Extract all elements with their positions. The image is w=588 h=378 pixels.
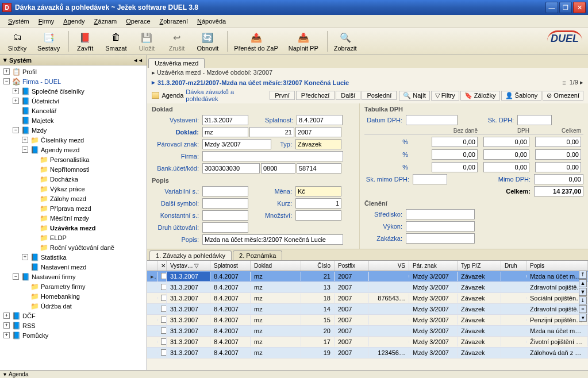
grid-nav-icon[interactable]: ⤓	[579, 296, 587, 304]
tool-najít[interactable]: 🔍Najít	[399, 91, 430, 101]
tab-uzaverka-mezd[interactable]: Uzávěrka mezd	[148, 58, 205, 68]
nav-další[interactable]: Další	[336, 91, 360, 100]
pin-icon[interactable]: ◄◄	[133, 57, 143, 63]
datum-dph-input[interactable]	[406, 115, 458, 125]
tree-item[interactable]: 📁Nepřítomnosti	[0, 164, 147, 174]
vystaveni-input[interactable]	[202, 115, 248, 125]
druh-input[interactable]	[202, 222, 248, 233]
refresh-button[interactable]: 🔄Obnovit	[193, 29, 222, 53]
ds-input[interactable]	[202, 198, 248, 209]
bankcs-input[interactable]	[297, 163, 341, 173]
expand-icon[interactable]: +	[13, 88, 19, 94]
vs-input[interactable]	[202, 186, 248, 196]
checkbox[interactable]	[161, 273, 167, 279]
grid-nav-icon[interactable]: ⤒	[579, 271, 587, 279]
fill-pp-button[interactable]: 📥Naplnit PP	[285, 29, 322, 53]
agenda-link[interactable]: Dávka závazků a pohledávek	[186, 88, 264, 102]
tree-item[interactable]: 📘Kancelář	[0, 106, 147, 115]
typ-input[interactable]	[295, 139, 341, 149]
tree-item[interactable]: +📘RSS	[0, 321, 147, 330]
popis-input[interactable]	[202, 234, 343, 245]
zakazka-input[interactable]	[406, 233, 475, 244]
doklad-rok-input[interactable]	[295, 127, 341, 137]
col-header[interactable]: Popis	[526, 261, 588, 271]
sk-dph-input[interactable]	[517, 115, 552, 125]
tree-item[interactable]: 📁Zálohy mezd	[0, 194, 147, 203]
tree-item[interactable]: 📁Příprava mezd	[0, 203, 147, 213]
tree-item[interactable]: 📁Měsíční mzdy	[0, 213, 147, 223]
tool-záložky[interactable]: 🔖Záložky	[460, 91, 500, 101]
menu-zobrazení[interactable]: Zobrazení	[155, 17, 193, 26]
expand-icon[interactable]: +	[3, 332, 10, 338]
tree-item[interactable]: 📘Nastavení mezd	[0, 262, 147, 272]
grid-tab-1[interactable]: 2. Poznámka	[233, 250, 282, 260]
tool-omezení[interactable]: ⊘Omezení	[543, 91, 583, 101]
delete-button[interactable]: 🗑Smazat	[101, 29, 130, 53]
expand-icon[interactable]: +	[3, 322, 10, 329]
close-button[interactable]: 📕Zavřít	[71, 29, 99, 53]
kurz-input[interactable]	[295, 198, 341, 209]
tree-item[interactable]: 📁Homebanking	[0, 291, 147, 301]
col-header[interactable]: Typ P/Z	[458, 261, 501, 271]
expand-icon[interactable]: +	[13, 98, 19, 104]
checkbox[interactable]	[161, 306, 167, 312]
tree-item[interactable]: 📁Uzávěrka mezd	[0, 223, 147, 233]
folders-button[interactable]: 🗂Složky	[3, 29, 31, 53]
mnozstvi-input[interactable]	[295, 210, 341, 221]
checkbox[interactable]	[161, 317, 167, 323]
tree-item[interactable]: +📘Pomůcky	[0, 330, 147, 340]
col-header[interactable]: Druh	[501, 261, 526, 271]
col-header[interactable]: Postfix	[335, 261, 369, 271]
menu-nápověda[interactable]: Nápověda	[193, 17, 230, 26]
mena-input[interactable]	[295, 186, 341, 196]
tree-item[interactable]: 📁Parametry firmy	[0, 281, 147, 291]
parovaci-input[interactable]	[202, 139, 271, 149]
show-button[interactable]: 🔍Zobrazit	[330, 29, 361, 53]
menu-agendy[interactable]: Agendy	[59, 17, 89, 26]
checkbox[interactable]	[161, 295, 167, 301]
tree-item[interactable]: +📘Společné číselníky	[0, 86, 147, 96]
checkbox[interactable]	[161, 284, 167, 290]
table-row[interactable]: 31.3.20078.4.2007mz172007Mzdy 3/2007Záva…	[147, 337, 588, 348]
tree-item[interactable]: −📘Nastavení firmy	[0, 272, 147, 281]
table-row[interactable]: 31.3.20078.4.2007mz202007Mzdy 3/2007Záva…	[147, 326, 588, 337]
doklad-kod-input[interactable]	[202, 127, 248, 137]
grid-nav-icon[interactable]: ≡	[579, 305, 587, 313]
table-row[interactable]: 31.3.20078.4.2007mz192007123456…Mzdy 3/2…	[147, 348, 588, 358]
bankucet-input[interactable]	[202, 163, 260, 173]
tree-item[interactable]: +📘Statistika	[0, 252, 147, 262]
tree-item[interactable]: +📘DČF	[0, 311, 147, 321]
grid-nav-icon[interactable]: ▾	[579, 314, 587, 322]
expand-icon[interactable]: +	[22, 137, 28, 143]
table-row[interactable]: 31.3.20078.4.2007mz152007Mzdy 3/2007Záva…	[147, 315, 588, 326]
sk-mimo-input[interactable]	[413, 174, 447, 184]
page-counter-icon[interactable]: ≡	[562, 79, 566, 86]
nav-první[interactable]: První	[270, 91, 295, 100]
col-header[interactable]: Číslo	[301, 261, 335, 271]
expand-icon[interactable]: ▾	[3, 371, 6, 377]
collapse-icon[interactable]: −	[22, 146, 28, 153]
grid-tab-0[interactable]: 1. Závazky a pohledávky	[149, 250, 232, 260]
tree-item[interactable]: 📘Majetek	[0, 115, 147, 125]
tree-item[interactable]: −🏠Firma - DUEL	[0, 76, 147, 86]
tree-item[interactable]: 📁Výkaz práce	[0, 184, 147, 194]
tree-item[interactable]: +📘Účetnictví	[0, 96, 147, 106]
tree-item[interactable]: −📘Agendy mezd	[0, 145, 147, 155]
menu-operace[interactable]: Operace	[121, 17, 155, 26]
collapse-icon[interactable]: ▾	[3, 56, 7, 64]
mimo-dph-input[interactable]	[534, 174, 583, 184]
minimize-button[interactable]: —	[545, 2, 558, 13]
firma-input[interactable]	[202, 151, 343, 161]
navigation-tree[interactable]: +📋Profil−🏠Firma - DUEL+📘Společné číselní…	[0, 65, 147, 370]
expand-icon[interactable]: +	[3, 313, 10, 319]
checkbox[interactable]	[161, 349, 167, 356]
transfer-button[interactable]: 📤Přenést do ZaP	[230, 29, 282, 53]
menu-firmy[interactable]: Firmy	[34, 17, 59, 26]
col-header[interactable]: Vystav… ▽	[167, 261, 210, 271]
nav-poslední[interactable]: Poslední	[362, 91, 397, 100]
menu-systém[interactable]: Systém	[3, 17, 34, 26]
bankkod-input[interactable]	[261, 163, 295, 173]
table-row[interactable]: 31.3.20078.4.2007mz182007876543…Mzdy 3/2…	[147, 293, 588, 304]
checkbox[interactable]	[161, 338, 167, 345]
tree-item[interactable]: 📁Roční vyúčtování daně	[0, 242, 147, 252]
